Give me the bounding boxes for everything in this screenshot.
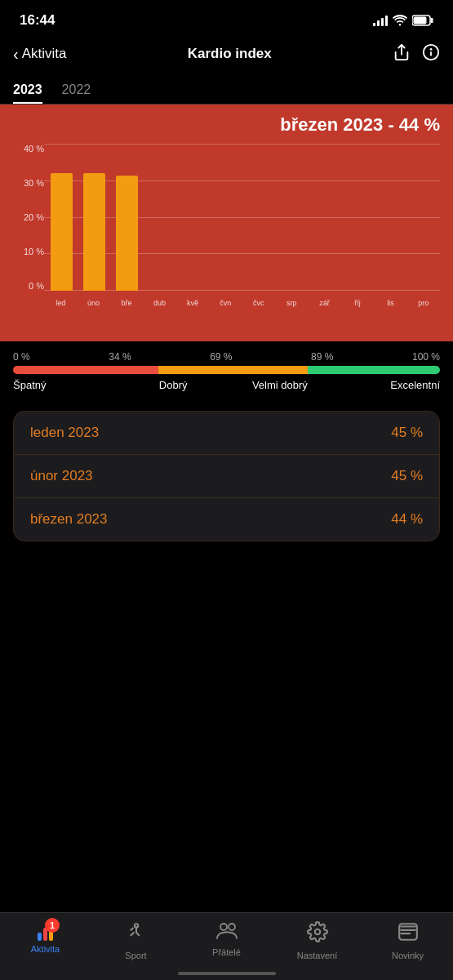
table-row[interactable]: únor 202345 % [14,455,439,498]
nav-item-aktivita[interactable]: 1 Aktivita [0,921,91,954]
scale-pct-34: 34 % [109,351,131,363]
x-label-čvc: čvc [242,299,275,307]
page-title: Kardio index [188,46,272,62]
chart-area: 40 % 30 % 20 % 10 % 0 % ledúnobředubkvěč… [13,144,440,307]
status-time: 16:44 [20,12,55,29]
table-row-value: 45 % [391,468,423,484]
nav-item-sport[interactable]: Sport [91,921,181,960]
y-label-10: 10 % [13,247,44,256]
x-label-dub: dub [143,299,175,307]
table-row-value: 44 % [391,511,423,528]
bar-group [177,144,208,291]
svg-point-10 [314,929,320,935]
bar-group [375,144,406,291]
scale-pct-100: 100 % [412,351,440,363]
nav-item-novinky[interactable]: Novinky [362,921,453,960]
y-label-30: 30 % [13,178,44,188]
y-label-0: 0 % [13,281,44,291]
bars-wrapper [44,144,440,291]
bar-group [210,144,241,291]
y-label-20: 20 % [13,212,44,222]
nav-badge: 1 [45,918,60,933]
nav-label-nastaveni: Nastavení [297,951,338,960]
bar-group [341,144,372,291]
scale-label-spatny: Špatný [13,379,120,391]
y-label-40: 40 % [13,144,44,154]
table-row-label: únor 2023 [30,468,93,484]
info-icon[interactable] [422,43,440,65]
scale-label-dobry: Dobrý [120,379,227,391]
chart-container: březen 2023 - 44 % 40 % 30 % 20 % 10 % 0… [0,105,453,341]
x-label-říj: říj [341,299,374,307]
status-icons [373,15,433,26]
nav-label-aktivita: Aktivita [31,944,60,954]
back-label: Aktivita [22,46,67,62]
year-tabs: 2023 2022 [0,72,453,105]
bar-úno [83,173,105,291]
home-indicator [178,972,276,975]
nav-item-nastaveni[interactable]: Nastavení [272,921,362,960]
nav-actions [393,43,440,65]
scale-labels: Špatný Dobrý Velmi dobrý Excelentní [13,379,440,391]
x-labels: ledúnobředubkvěčvnčvcsrpzářříjlispro [44,291,440,307]
scale-pct-89: 89 % [311,351,333,363]
pratele-icon [215,921,238,944]
table-row-label: leden 2023 [30,425,99,441]
nav-label-novinky: Novinky [392,951,424,960]
x-label-lis: lis [374,299,406,307]
novinky-icon [397,921,419,947]
table-row[interactable]: leden 202345 % [14,412,439,455]
scale-percent-labels: 0 % 34 % 69 % 89 % 100 % [13,351,440,363]
bar-group [407,144,438,291]
bar-group [276,144,307,291]
battery-icon [412,15,433,26]
sport-icon [126,921,147,947]
y-axis: 40 % 30 % 20 % 10 % 0 % [13,144,44,307]
back-chevron-icon: ‹ [13,45,19,64]
nav-label-sport: Sport [125,951,146,960]
share-icon[interactable] [393,43,411,65]
scale-label-excelentni: Excelentní [333,379,440,391]
bar-group [78,144,109,291]
x-label-kvě: kvě [176,299,209,307]
bars-area: ledúnobředubkvěčvnčvcsrpzářříjlispro [44,144,440,307]
svg-rect-2 [414,17,427,24]
tab-2022[interactable]: 2022 [62,76,101,104]
bar-group [46,144,77,291]
svg-point-9 [229,924,235,930]
wifi-icon [393,15,407,26]
bar-group [144,144,175,291]
nav-item-pratele[interactable]: Přátelé [181,921,272,957]
chart-title: březen 2023 - 44 % [13,114,440,136]
status-bar: 16:44 [0,0,453,36]
back-button[interactable]: ‹ Aktivita [13,45,66,64]
scale-label-velmi-dobry: Velmi dobrý [227,379,334,391]
x-label-srp: srp [275,299,308,307]
table-row[interactable]: březen 202344 % [14,498,439,541]
aktivita-icon: 1 [38,921,53,941]
x-label-bře: bře [110,299,143,307]
nastaveni-icon [307,921,328,947]
monthly-table: leden 202345 %únor 202345 %březen 202344… [13,411,440,541]
scale-bar [13,366,440,374]
scale-pct-0: 0 % [13,351,30,363]
signal-icon [373,15,388,26]
nav-label-pratele: Přátelé [212,947,241,957]
bar-led [51,173,73,291]
svg-point-8 [220,924,227,930]
x-label-úno: úno [77,299,109,307]
x-label-zář: zář [308,299,340,307]
tab-2023[interactable]: 2023 [13,76,52,104]
scale-pct-69: 69 % [210,351,232,363]
bar-group [112,144,143,291]
bar-bře [116,176,138,291]
bar-group [309,144,340,291]
table-row-value: 45 % [391,425,423,441]
scale-section: 0 % 34 % 69 % 89 % 100 % Špatný Dobrý Ve… [0,341,453,394]
bar-group [243,144,274,291]
x-label-pro: pro [407,299,440,307]
x-label-čvn: čvn [209,299,242,307]
x-label-led: led [44,299,77,307]
bottom-nav: 1 Aktivita Sport Přátelé [0,912,453,980]
nav-bar: ‹ Aktivita Kardio index [0,36,453,72]
